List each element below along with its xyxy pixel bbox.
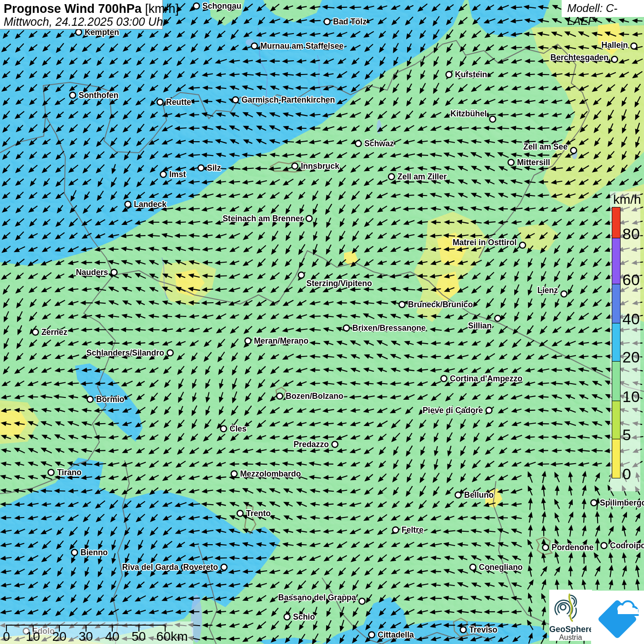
- city-label: Hallein: [602, 40, 628, 50]
- city-label: Reutte: [166, 98, 191, 107]
- city-marker: [292, 163, 298, 169]
- legend-label: 80: [622, 226, 640, 242]
- geosphere-logo: GeoSphere Austria: [549, 590, 592, 641]
- city-marker: [543, 545, 549, 551]
- city-marker: [455, 492, 461, 498]
- city-marker: [299, 272, 305, 278]
- city: Steinach am Brenner: [223, 214, 312, 223]
- city: Imst: [161, 170, 186, 179]
- city-marker: [612, 57, 618, 63]
- city-marker: [561, 291, 567, 297]
- city-label: Bozen/Bolzano: [286, 391, 343, 401]
- city-marker: [446, 72, 452, 78]
- city-label: Feltre: [402, 525, 424, 535]
- city: Mezzolombardo: [231, 469, 301, 478]
- city-label: Codroipo: [610, 541, 644, 550]
- city: Cles: [221, 424, 247, 433]
- city-marker: [167, 350, 173, 356]
- city-label: Imst: [169, 170, 186, 179]
- forecast-datetime: Mittwoch, 24.12.2025 03:00 Uhr: [4, 16, 159, 28]
- city-label: Schongau: [202, 1, 242, 11]
- city-marker: [284, 614, 290, 620]
- legend: km/h 806040201050: [610, 191, 640, 491]
- scale-label: 10: [26, 629, 40, 644]
- city-marker: [48, 470, 54, 476]
- city-label: Bad Tölz: [333, 17, 367, 26]
- scale-label: 50: [132, 629, 146, 644]
- city-label: Matrei in Osttirol: [453, 238, 517, 247]
- title-main: Prognose Wind 700hPa: [4, 2, 142, 16]
- city-marker: [631, 43, 637, 49]
- geosphere-logo-icon: [549, 590, 592, 623]
- city: Brixen/Bressanone: [344, 323, 426, 333]
- city-label: Trento: [246, 509, 270, 518]
- legend-color-40: [612, 284, 621, 323]
- city: Meran/Merano: [245, 336, 309, 345]
- city-marker: [495, 316, 501, 322]
- geosphere-country: Austria: [549, 633, 592, 641]
- city-label: Bienno: [80, 548, 108, 557]
- city-marker: [359, 598, 365, 604]
- city-marker: [520, 242, 526, 248]
- geosphere-name: GeoSphere: [549, 625, 592, 633]
- legend-color-80: [612, 207, 621, 238]
- city-marker: [221, 426, 227, 432]
- city: Riva del Garda: [122, 563, 187, 572]
- city-marker: [70, 92, 76, 98]
- city-marker: [356, 141, 362, 147]
- city: Murnau am Staffelsee: [252, 41, 344, 51]
- city-marker: [441, 376, 447, 382]
- legend-color-5: [612, 401, 621, 439]
- city: Bozen/Bolzano: [277, 391, 344, 401]
- city: Berchtesgaden: [551, 53, 618, 63]
- city-label: Sterzing/Vipiteno: [306, 279, 372, 288]
- city-marker: [194, 3, 200, 9]
- city-marker: [591, 500, 597, 506]
- city-marker: [601, 543, 607, 549]
- city-marker: [87, 397, 93, 402]
- title-unit: [km/h]: [142, 2, 179, 16]
- city-label: Meran/Merano: [254, 336, 309, 345]
- city-marker: [231, 471, 237, 477]
- city-label: Schlanders/Silandro: [86, 348, 164, 357]
- city-label: Sonthofen: [79, 91, 119, 100]
- legend-color-20: [612, 323, 621, 362]
- scale-label: 60km: [156, 629, 188, 644]
- legend-colorbar: [612, 207, 621, 478]
- city-label: Zell am Ziller: [397, 172, 447, 181]
- city-marker: [332, 442, 338, 448]
- city-label: Landeck: [134, 200, 167, 209]
- city-marker: [306, 216, 312, 222]
- city-marker: [161, 172, 167, 178]
- legend-label: 40: [622, 311, 640, 327]
- city-marker: [399, 302, 405, 308]
- partner-logo: [591, 591, 644, 644]
- city-label: Tirano: [57, 468, 81, 477]
- legend-label: 20: [622, 349, 640, 365]
- city-label: Conegliano: [479, 563, 523, 572]
- scale-bar: 0102030405060km: [0, 621, 193, 644]
- scale-label: 40: [105, 629, 119, 644]
- city-label: Mittersill: [517, 158, 550, 167]
- city-marker: [344, 325, 350, 331]
- city-marker: [508, 160, 514, 166]
- city-marker: [221, 564, 227, 570]
- city-label: Bruneck/Brunico: [408, 300, 473, 309]
- city-label: Lienz: [537, 286, 558, 295]
- city-marker: [486, 408, 492, 414]
- city-label: Cortina d'Ampezzo: [450, 374, 523, 383]
- scale-label: 20: [52, 629, 66, 644]
- legend-label: 60: [622, 272, 640, 288]
- city-label: Bormio: [96, 395, 124, 404]
- city: Cortina d'Ampezzo: [441, 374, 523, 383]
- city-label: Brixen/Bressanone: [352, 323, 426, 333]
- city: Zell am Ziller: [389, 172, 447, 181]
- city-label: Pieve di Cadore: [423, 406, 483, 415]
- legend-color-60: [612, 238, 621, 284]
- city-label: Nauders: [76, 268, 108, 277]
- city-label: Kufstein: [455, 70, 487, 79]
- city-label: Pordenone: [552, 543, 594, 552]
- city-marker: [76, 29, 82, 35]
- wind-forecast-map: SchongauBad TölzKemptenMurnau am Staffel…: [0, 0, 644, 644]
- title-box: Prognose Wind 700hPa [km/h] Mittwoch, 24…: [0, 0, 163, 29]
